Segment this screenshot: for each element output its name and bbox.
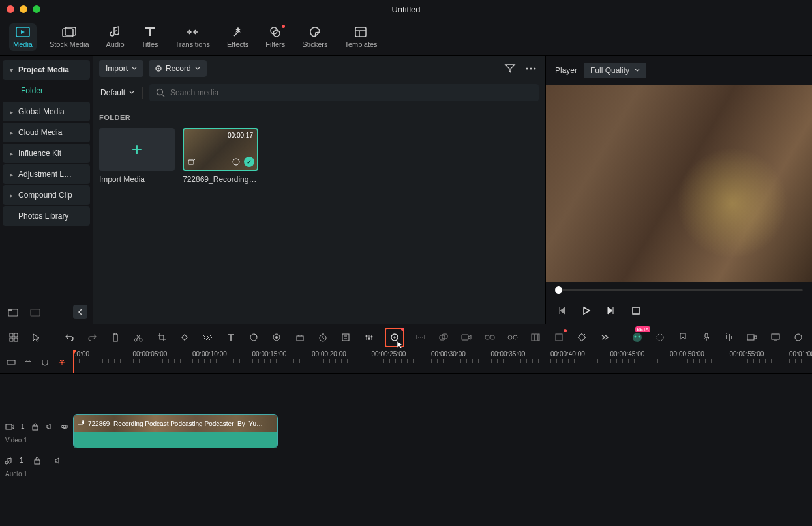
ruler-tick: 00:00:10:00 (192, 350, 240, 373)
import-button[interactable]: Import (99, 60, 143, 77)
svg-rect-54 (747, 335, 754, 340)
select-tool-button[interactable] (29, 330, 43, 345)
detach-audio-button[interactable] (505, 330, 519, 345)
tab-effects[interactable]: Effects (223, 23, 252, 51)
quality-select[interactable]: Full Quality (584, 63, 646, 78)
crop-button[interactable] (155, 330, 168, 345)
timeline-ruler[interactable]: 00:0000:00:05:0000:00:10:0000:00:15:0000… (73, 350, 812, 373)
timeline-toolbar: BETA (0, 324, 812, 350)
sidebar-item-adjustment-layer[interactable]: ▸ Adjustment L… (3, 164, 90, 184)
lock-track-button[interactable] (31, 420, 39, 434)
preview-icon[interactable] (231, 157, 241, 167)
settings-button[interactable] (791, 330, 805, 345)
play-button[interactable] (580, 304, 593, 317)
maximize-window-button[interactable] (33, 5, 40, 13)
media-clip-tile[interactable]: 00:00:17 ✓ 722869_Recording P… (183, 128, 258, 184)
hide-track-button[interactable] (60, 420, 69, 434)
display-button[interactable] (768, 330, 782, 345)
auto-ripple-button[interactable] (56, 355, 68, 369)
import-media-tile[interactable]: + Import Media (99, 128, 175, 184)
collapse-sidebar-button[interactable] (73, 305, 87, 319)
search-input[interactable] (170, 88, 532, 97)
redo-button[interactable] (85, 330, 99, 345)
step-back-button[interactable] (555, 304, 568, 317)
playhead[interactable] (73, 350, 74, 373)
scrub-thumb[interactable] (555, 286, 562, 294)
record-button[interactable]: Record (149, 60, 207, 77)
speed-button[interactable] (201, 330, 215, 345)
caption-button[interactable] (293, 330, 307, 345)
delete-folder-button[interactable] (27, 304, 43, 320)
svg-point-49 (633, 333, 642, 342)
link-clips-button[interactable] (22, 355, 34, 369)
ruler-tick: 00:00:30:00 (431, 350, 479, 373)
video-preview[interactable] (546, 85, 812, 282)
sidebar-item-influence-kit[interactable]: ▸ Influence Kit (3, 144, 90, 163)
snapshot-button[interactable] (745, 330, 759, 345)
mute-track-button[interactable] (46, 420, 53, 434)
group-button[interactable] (436, 330, 450, 345)
ai-tool-button[interactable] (385, 328, 404, 347)
mark-button[interactable] (552, 330, 565, 345)
undo-button[interactable] (63, 330, 76, 345)
freeze-button[interactable] (529, 330, 543, 345)
expand-arrow-icon: ▸ (8, 150, 14, 157)
timeline-clip[interactable]: 722869_Recording Podcast Podcasting Podc… (73, 414, 278, 448)
more-options-button[interactable] (523, 61, 539, 76)
scrubber[interactable] (546, 282, 812, 298)
svg-point-11 (530, 68, 532, 70)
sidebar-item-cloud-media[interactable]: ▸ Cloud Media (3, 123, 90, 142)
new-folder-button[interactable] (5, 304, 21, 320)
sidebar-item-global-media[interactable]: ▸ Global Media (3, 102, 90, 121)
ai-assistant-button[interactable]: BETA (630, 330, 644, 345)
text-button[interactable] (224, 330, 237, 345)
tab-stock-media[interactable]: Stock Media (46, 23, 93, 51)
tab-media[interactable]: Media (9, 23, 37, 51)
filter-button[interactable] (502, 61, 518, 76)
range-button[interactable] (414, 330, 427, 345)
zoom-button[interactable] (5, 355, 17, 369)
step-forward-button[interactable] (605, 304, 618, 317)
add-to-timeline-icon[interactable] (187, 157, 197, 167)
tab-transitions[interactable]: Transitions (172, 23, 214, 51)
camera-button[interactable] (460, 330, 474, 345)
color-button[interactable] (247, 330, 260, 345)
more-tools-button[interactable] (598, 330, 612, 345)
adjust-button[interactable] (362, 330, 376, 345)
ruler-tick: 00:00:55:00 (730, 350, 777, 373)
stop-button[interactable] (629, 304, 642, 317)
keyframe-button[interactable] (270, 330, 284, 345)
auto-reframe-button[interactable] (339, 330, 353, 345)
audio-mixer-button[interactable] (722, 330, 736, 345)
duration-button[interactable] (316, 330, 329, 345)
tab-audio[interactable]: Audio (102, 23, 128, 51)
sidebar-item-photos-library[interactable]: ▸ Photos Library (3, 206, 90, 226)
sidebar-subitem-folder[interactable]: Folder (3, 81, 90, 101)
voiceover-button[interactable] (699, 330, 713, 345)
link-button[interactable] (483, 330, 496, 345)
rotate-button[interactable] (177, 330, 191, 345)
ruler-tick: 00:00:50:00 (670, 350, 717, 373)
marker-button[interactable] (676, 330, 690, 345)
magnetic-button[interactable] (39, 355, 51, 369)
minimize-window-button[interactable] (20, 5, 27, 13)
split-button[interactable] (132, 330, 145, 345)
tab-stickers[interactable]: Stickers (298, 23, 331, 51)
tab-titles[interactable]: Titles (138, 23, 162, 51)
mute-track-button[interactable] (51, 454, 65, 468)
delete-button[interactable] (108, 330, 122, 345)
plus-icon: + (132, 139, 142, 160)
sidebar-item-compound-clip[interactable]: ▸ Compound Clip (3, 185, 90, 205)
tab-filters[interactable]: Filters (262, 23, 289, 51)
layout-button[interactable] (7, 330, 20, 345)
sidebar-item-project-media[interactable]: ▾ Project Media (3, 60, 90, 80)
close-window-button[interactable] (7, 5, 14, 13)
enhance-button[interactable] (575, 330, 588, 345)
render-button[interactable] (653, 330, 667, 345)
notification-dot (401, 328, 404, 331)
lock-track-button[interactable] (30, 454, 44, 468)
tab-templates[interactable]: Templates (340, 23, 381, 51)
sort-button[interactable]: Default (99, 85, 136, 100)
svg-point-10 (526, 68, 528, 70)
clip-label: 722869_Recording Podcast Podcasting Podc… (88, 420, 263, 427)
